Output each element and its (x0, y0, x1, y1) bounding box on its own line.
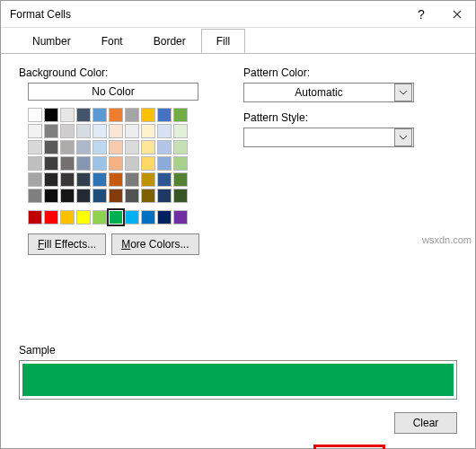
color-swatch[interactable] (60, 140, 75, 154)
fill-effects-button[interactable]: FFill Effects...ill Effects... (28, 233, 106, 255)
color-swatch[interactable] (60, 156, 75, 171)
color-swatch[interactable] (28, 156, 42, 171)
color-swatch[interactable] (93, 156, 107, 171)
close-button[interactable] (439, 1, 475, 28)
color-swatch[interactable] (76, 140, 91, 154)
color-swatch[interactable] (60, 124, 75, 138)
color-swatch[interactable] (44, 156, 58, 171)
color-swatch[interactable] (44, 172, 58, 187)
pattern-color-combo[interactable]: Automatic (243, 83, 414, 102)
titlebar: Format Cells ? (1, 1, 475, 28)
color-swatch[interactable] (76, 210, 91, 224)
color-swatch[interactable] (28, 172, 42, 187)
pattern-style-label: Pattern Style: (243, 111, 457, 124)
color-swatch[interactable] (109, 124, 123, 138)
dialog-footer: OK Cancel (1, 439, 475, 449)
color-swatch[interactable] (76, 108, 91, 122)
pattern-color-label: Pattern Color: (243, 66, 457, 79)
color-swatch[interactable] (44, 140, 58, 154)
color-swatch[interactable] (157, 124, 172, 138)
tab-number[interactable]: Number (17, 29, 86, 54)
format-cells-dialog: Format Cells ? Number Font Border Fill B… (0, 0, 476, 449)
background-color-label: Background Color: (19, 66, 243, 79)
color-swatch[interactable] (44, 108, 58, 122)
color-swatch[interactable] (157, 108, 172, 122)
sample-swatch (22, 364, 454, 396)
color-swatch[interactable] (173, 124, 188, 138)
pattern-style-combo[interactable] (243, 128, 414, 147)
ok-highlight: OK (313, 445, 385, 449)
color-swatch[interactable] (60, 108, 75, 122)
color-swatch[interactable] (141, 172, 155, 187)
color-swatch[interactable] (93, 108, 107, 122)
color-swatch[interactable] (173, 108, 188, 122)
color-swatch[interactable] (28, 140, 42, 154)
color-swatch[interactable] (125, 156, 139, 171)
color-swatch[interactable] (93, 172, 107, 187)
color-swatch[interactable] (93, 210, 107, 224)
color-swatch[interactable] (125, 108, 139, 122)
no-color-button[interactable]: No Color (28, 83, 198, 101)
color-swatch[interactable] (125, 124, 139, 138)
color-swatch[interactable] (141, 124, 155, 138)
color-swatch[interactable] (157, 210, 172, 224)
color-swatch[interactable] (173, 156, 188, 171)
color-swatch[interactable] (125, 210, 139, 224)
color-swatch[interactable] (93, 140, 107, 154)
color-swatch[interactable] (28, 210, 42, 224)
help-button[interactable]: ? (403, 1, 439, 28)
color-swatch[interactable] (173, 189, 188, 203)
more-colors-button[interactable]: More Colors...More Colors... (111, 233, 198, 255)
color-swatch[interactable] (93, 189, 107, 203)
tabs: Number Font Border Fill (1, 28, 475, 53)
color-swatch[interactable] (28, 189, 42, 203)
tab-fill[interactable]: Fill (201, 29, 245, 54)
color-swatch[interactable] (125, 140, 139, 154)
color-swatch[interactable] (173, 210, 188, 224)
color-swatch[interactable] (141, 140, 155, 154)
clear-button[interactable]: Clear (394, 412, 457, 434)
color-swatch[interactable] (44, 189, 58, 203)
color-swatch[interactable] (60, 210, 75, 224)
color-swatch[interactable] (157, 156, 172, 171)
color-swatch[interactable] (173, 172, 188, 187)
sample-box (19, 360, 457, 400)
color-swatch[interactable] (109, 172, 123, 187)
chevron-down-icon (394, 84, 412, 101)
color-swatch[interactable] (28, 124, 42, 138)
color-palette (28, 108, 243, 224)
tab-border[interactable]: Border (138, 29, 201, 54)
color-swatch[interactable] (60, 172, 75, 187)
color-swatch[interactable] (109, 189, 123, 203)
color-swatch[interactable] (141, 108, 155, 122)
color-swatch[interactable] (76, 156, 91, 171)
color-swatch[interactable] (173, 140, 188, 154)
color-swatch[interactable] (157, 140, 172, 154)
color-swatch[interactable] (44, 210, 58, 224)
color-swatch[interactable] (141, 156, 155, 171)
color-swatch[interactable] (76, 189, 91, 203)
color-swatch[interactable] (76, 172, 91, 187)
color-swatch[interactable] (109, 156, 123, 171)
color-swatch[interactable] (109, 210, 123, 224)
color-swatch[interactable] (141, 210, 155, 224)
color-swatch[interactable] (109, 108, 123, 122)
color-swatch[interactable] (93, 124, 107, 138)
color-swatch[interactable] (28, 108, 42, 122)
color-swatch[interactable] (109, 140, 123, 154)
sample-label: Sample (19, 344, 457, 357)
tab-panel-fill: Background Color: No Color FFill Effects… (1, 53, 475, 412)
chevron-down-icon (394, 128, 412, 146)
color-swatch[interactable] (157, 172, 172, 187)
color-swatch[interactable] (157, 189, 172, 203)
pattern-color-value: Automatic (244, 86, 393, 99)
color-swatch[interactable] (141, 189, 155, 203)
tab-font[interactable]: Font (86, 29, 138, 54)
color-swatch[interactable] (44, 124, 58, 138)
color-swatch[interactable] (125, 189, 139, 203)
color-swatch[interactable] (60, 189, 75, 203)
dialog-title: Format Cells (10, 8, 403, 21)
color-swatch[interactable] (76, 124, 91, 138)
watermark: wsxdn.com (422, 234, 472, 245)
color-swatch[interactable] (125, 172, 139, 187)
